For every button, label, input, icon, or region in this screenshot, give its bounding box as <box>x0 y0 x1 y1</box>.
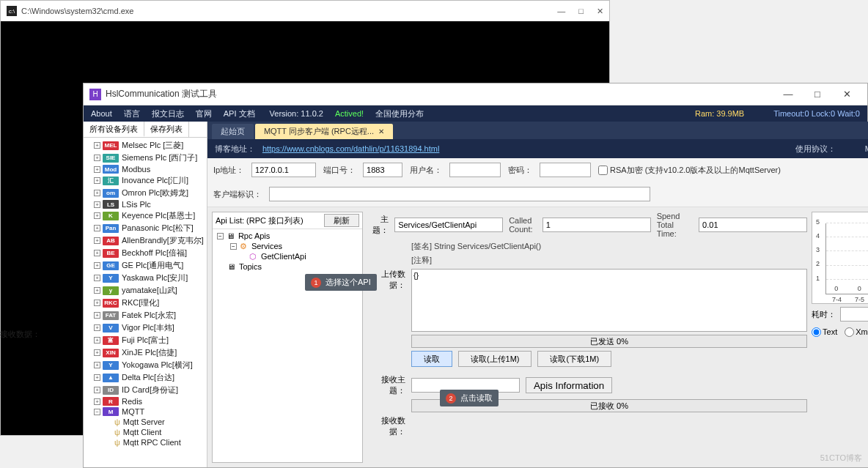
ip-label: Ip地址： <box>213 165 244 176</box>
client-id-input[interactable] <box>269 187 650 201</box>
callout-badge: 1 <box>311 278 321 288</box>
device-child-item[interactable]: ψMqtt Client <box>84 427 207 437</box>
topic-input[interactable] <box>394 218 503 232</box>
status-timeout: Timeout:0 Lock:0 Wait:0 <box>773 109 860 118</box>
blog-link[interactable]: https://www.cnblogs.com/dathlin/p/116318… <box>262 144 440 153</box>
signature-text: [签名] String Services/GetClientApi() <box>367 241 807 252</box>
menu-about[interactable]: About <box>91 109 112 118</box>
ip-input[interactable] <box>251 163 316 177</box>
cmd-titlebar[interactable]: c:\ C:\Windows\system32\cmd.exe — □ ✕ <box>1 1 609 21</box>
device-item[interactable]: +LSLSis Plc <box>84 199 207 209</box>
recv-topic-label: 接收主题： <box>367 374 405 396</box>
callout-2: 2 点击读取 <box>440 390 499 406</box>
main-titlebar[interactable]: H HslCommunication 测试工具 — □ ✕ <box>84 83 867 105</box>
tabbar: 起始页 MQTT 同步客户端 (RPC远程...✕ ▼ <box>207 122 868 139</box>
api-tree-topics[interactable]: 🖥Topics <box>214 261 361 272</box>
tab-saved-list[interactable]: 保存列表 <box>144 122 189 137</box>
pwd-label: 密码： <box>508 165 532 176</box>
spend-time-value[interactable] <box>699 218 807 232</box>
infobar: 博客地址： https://www.cnblogs.com/dathlin/p/… <box>207 139 868 158</box>
menu-usage[interactable]: 全国使用分布 <box>375 108 424 119</box>
device-item[interactable]: +汇Inovance Plc[汇川] <box>84 174 207 187</box>
api-tree-services[interactable]: −⚙Services <box>214 241 361 251</box>
device-item[interactable]: +YYokogawa Plc[横河] <box>84 359 207 371</box>
minimize-icon[interactable]: — <box>557 7 565 16</box>
cmd-icon: c:\ <box>7 6 17 16</box>
device-item[interactable]: +yyamatake[山武] <box>84 284 207 297</box>
api-tree[interactable]: −🖥Rpc Apis −⚙Services ⬡GetClientApi 🖥Top… <box>213 229 362 462</box>
api-tree-getclientapi[interactable]: ⬡GetClientApi <box>214 251 361 261</box>
device-item[interactable]: +KKeyence Plc[基恩士] <box>84 209 207 222</box>
device-item[interactable]: +PanPanasonic Plc[松下] <box>84 222 207 234</box>
spend-time-label: Spend Total Time: <box>657 212 693 238</box>
main-title-text: HslCommunication 测试工具 <box>106 88 217 100</box>
read-button[interactable]: 读取 <box>411 351 452 367</box>
api-list-panel: Api List: (RPC 接口列表) 刷新 −🖥Rpc Apis −⚙Ser… <box>212 212 363 463</box>
called-count-label: Called Count: <box>509 216 537 234</box>
device-item[interactable]: +BEBeckhoff Plc[倍福] <box>84 247 207 259</box>
device-child-item[interactable]: ψMqtt RPC Client <box>84 437 207 447</box>
read-download-button[interactable]: 读取(下载1M) <box>537 351 611 367</box>
maximize-icon[interactable]: □ <box>578 7 584 16</box>
close-icon[interactable]: ✕ <box>832 89 861 100</box>
device-child-item[interactable]: ψMqtt Server <box>84 417 207 427</box>
chart-panel: Called Infomation 123450000001 7-47-57-6… <box>812 212 868 463</box>
cost-input[interactable] <box>840 307 868 322</box>
rsa-checkbox[interactable]: RSA加密 (支持v10.2.0版本及以上的MqttServer) <box>598 165 781 176</box>
tab-mqtt-rpc[interactable]: MQTT 同步客户端 (RPC远程...✕ <box>255 124 393 139</box>
device-item[interactable]: +▲Delta Plc[台达] <box>84 371 207 384</box>
user-input[interactable] <box>449 163 501 177</box>
menu-site[interactable]: 官网 <box>196 108 212 119</box>
port-input[interactable] <box>363 163 402 177</box>
read-upload-button[interactable]: 读取(上传1M) <box>458 351 532 367</box>
pwd-input[interactable] <box>540 163 591 177</box>
upload-textarea[interactable]: {} <box>411 269 807 332</box>
maximize-icon[interactable]: □ <box>803 89 832 100</box>
device-item[interactable]: −MMQTT <box>84 406 207 417</box>
close-icon[interactable]: ✕ <box>597 7 603 16</box>
device-item[interactable]: +ABAllenBrandly[罗克韦尔] <box>84 234 207 247</box>
called-count-value[interactable] <box>542 218 651 232</box>
device-item[interactable]: +富Fuji Plc[富士] <box>84 334 207 346</box>
device-item[interactable]: +FATFatek Plc[永宏] <box>84 309 207 322</box>
menu-language[interactable]: 语言 <box>124 108 140 119</box>
radio-text[interactable]: Text <box>812 327 837 337</box>
radio-xml[interactable]: Xml <box>845 327 868 337</box>
user-label: 用户名： <box>410 165 442 176</box>
tab-start[interactable]: 起始页 <box>212 124 254 139</box>
device-item[interactable]: +RRedis <box>84 396 207 406</box>
device-tree[interactable]: +MELMelsec Plc [三菱]+SIESiemens Plc [西门子]… <box>84 138 207 467</box>
menu-api[interactable]: API 文档 <box>224 108 255 119</box>
device-item[interactable]: +SIESiemens Plc [西门子] <box>84 152 207 164</box>
status-ram: Ram: 39.9MB <box>695 109 744 118</box>
minimize-icon[interactable]: — <box>773 89 803 100</box>
device-item[interactable]: +MELMelsec Plc [三菱] <box>84 139 207 152</box>
recv-data-label: 接收数据： <box>367 415 405 437</box>
request-panel: 主题： Called Count: Spend Total Time: [签名]… <box>367 212 807 463</box>
app-icon: H <box>89 89 101 100</box>
device-item[interactable]: +GEGE Plc[通用电气] <box>84 259 207 272</box>
tab-all-devices[interactable]: 所有设备列表 <box>84 122 144 137</box>
topic-label: 主题： <box>367 214 389 236</box>
comment-text: [注释] <box>367 255 807 266</box>
device-item[interactable]: +RKCRKC[理化] <box>84 297 207 309</box>
close-icon[interactable]: ✕ <box>378 127 384 135</box>
device-item[interactable]: +YYaskawa Plc[安川] <box>84 272 207 284</box>
device-item[interactable]: +VVigor Plc[丰炜] <box>84 322 207 334</box>
blog-label: 博客地址： <box>215 144 255 155</box>
device-item[interactable]: +IDID Card[身份证] <box>84 384 207 396</box>
refresh-button[interactable]: 刷新 <box>324 214 359 227</box>
cmd-title-text: C:\Windows\system32\cmd.exe <box>21 7 133 15</box>
callout-badge: 2 <box>446 393 456 404</box>
menu-activated: Actived! <box>335 109 364 118</box>
menu-log[interactable]: 报文日志 <box>152 108 184 119</box>
device-item[interactable]: +omOmron Plc[欧姆龙] <box>84 187 207 199</box>
watermark: 51CTO博客 <box>820 453 862 464</box>
apis-information-button[interactable]: Apis Information <box>526 377 612 393</box>
client-id-label: 客户端标识： <box>213 189 262 200</box>
protocol-value: MQTT RPC <box>865 144 868 153</box>
device-item[interactable]: +XINXinJE Plc[信捷] <box>84 346 207 359</box>
sent-progress: 已发送 0% <box>411 335 807 348</box>
api-tree-root[interactable]: −🖥Rpc Apis <box>214 231 361 241</box>
device-item[interactable]: +ModModbus <box>84 164 207 174</box>
